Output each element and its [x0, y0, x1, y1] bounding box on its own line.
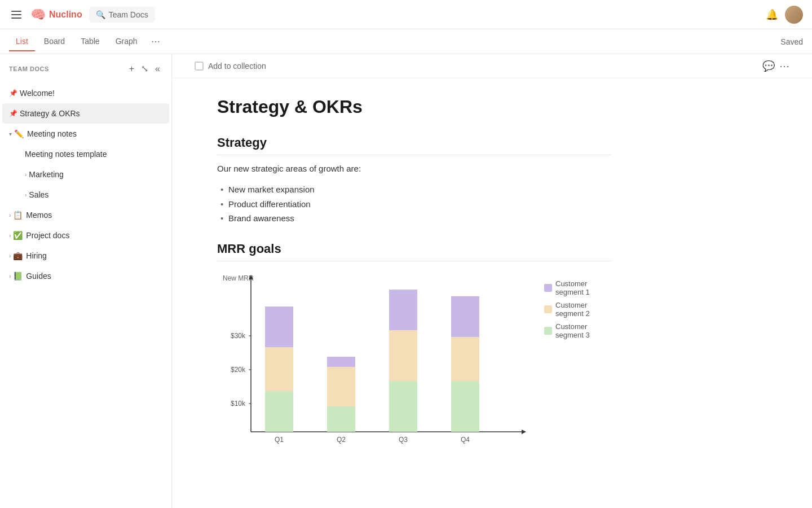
chart-y-label: New MRR [223, 274, 254, 282]
collapse-sidebar-button[interactable]: « [153, 61, 162, 76]
svg-rect-15 [327, 367, 355, 406]
list-item: Product differentiation [217, 197, 612, 212]
document-title: Strategy & OKRs [217, 97, 612, 117]
notifications-bell-icon[interactable]: 🔔 [766, 8, 778, 21]
comment-icon[interactable]: 💬 [762, 60, 775, 72]
svg-text:Q1: Q1 [275, 436, 284, 444]
add-item-button[interactable]: + [127, 61, 136, 76]
sidebar-item-label: Memos [26, 211, 152, 220]
svg-text:$30k: $30k [231, 332, 246, 340]
svg-text:Q3: Q3 [399, 436, 408, 444]
main-layout: TEAM DOCS + ⤡ « 📌 Welcome! 📌 Strategy & … [0, 54, 812, 508]
chevron-right-icon: › [9, 212, 11, 218]
svg-text:$10k: $10k [231, 400, 246, 408]
sidebar-item-label: Hiring [26, 251, 152, 260]
svg-rect-19 [389, 330, 417, 381]
chevron-right-icon: › [25, 172, 27, 178]
svg-rect-20 [389, 290, 417, 330]
sidebar-items: 📌 Welcome! 📌 Strategy & OKRs ▾ ✏️ Meetin… [0, 83, 171, 508]
mrr-chart: New MRR $10k [217, 268, 533, 462]
svg-rect-14 [327, 406, 355, 432]
strategy-list: New market expansion Product differentia… [217, 182, 612, 226]
tab-more-options[interactable]: ⋯ [147, 34, 165, 49]
search-icon: 🔍 [96, 10, 105, 19]
sidebar-header: TEAM DOCS + ⤡ « [0, 54, 171, 83]
legend-label-seg1: Customer segment 1 [555, 279, 612, 296]
sidebar-item-welcome[interactable]: 📌 Welcome! [2, 83, 169, 103]
sidebar-title: TEAM DOCS [9, 65, 122, 72]
pin-icon: 📌 [9, 89, 17, 97]
chart-legend: Customer segment 1 Customer segment 2 Cu… [544, 268, 612, 339]
content-area: Add to collection 💬 ⋯ Strategy & OKRs St… [172, 54, 812, 508]
legend-swatch-seg2 [544, 305, 552, 313]
memo-icon: 📋 [13, 211, 23, 220]
legend-swatch-seg1 [544, 284, 552, 292]
svg-text:Q2: Q2 [337, 436, 346, 444]
sidebar-item-label: Sales [29, 190, 152, 199]
svg-rect-18 [389, 381, 417, 432]
briefcase-icon: 💼 [13, 251, 23, 260]
more-options-icon[interactable]: ⋯ [779, 60, 789, 72]
bar-chart-svg: New MRR $10k [217, 268, 533, 460]
list-item: New market expansion [217, 182, 612, 197]
sidebar-item-hiring[interactable]: › 💼 Hiring [2, 246, 169, 266]
pin-icon: 📌 [9, 110, 17, 117]
strategy-intro: Our new strategic areas of growth are: [217, 162, 612, 176]
tab-bar: List Board Table Graph ⋯ Saved [0, 29, 812, 54]
search-bar[interactable]: 🔍 Team Docs [89, 7, 155, 23]
strategy-heading: Strategy [217, 135, 612, 155]
navbar: 🧠 Nuclino 🔍 Team Docs 🔔 [0, 0, 812, 29]
tab-table[interactable]: Table [74, 32, 106, 51]
user-avatar[interactable] [785, 6, 803, 24]
sidebar-item-guides[interactable]: › 📗 Guides [2, 266, 169, 286]
svg-text:$20k: $20k [231, 366, 246, 374]
book-icon: 📗 [13, 271, 23, 281]
menu-button[interactable] [9, 8, 24, 21]
sidebar-item-label: Marketing [29, 170, 152, 179]
sidebar-item-label: Project docs [26, 231, 152, 240]
mrr-heading: MRR goals [217, 242, 612, 261]
tab-board[interactable]: Board [37, 32, 72, 51]
svg-rect-23 [451, 337, 479, 381]
brand-logo-link[interactable]: 🧠 Nuclino [30, 7, 82, 22]
legend-swatch-seg3 [544, 327, 552, 335]
svg-rect-12 [265, 306, 293, 347]
legend-item-seg3: Customer segment 3 [544, 322, 612, 339]
tab-graph[interactable]: Graph [109, 32, 144, 51]
expand-button[interactable]: ⤡ [139, 61, 151, 76]
sidebar-item-label: Strategy & OKRs [20, 109, 152, 118]
sidebar-item-strategy[interactable]: 📌 Strategy & OKRs [2, 103, 169, 124]
chevron-right-icon: › [9, 253, 11, 259]
add-to-collection-label[interactable]: Add to collection [208, 62, 266, 71]
sidebar-item-sales[interactable]: › Sales [2, 185, 169, 205]
svg-rect-10 [265, 391, 293, 432]
chevron-right-icon: › [9, 273, 11, 279]
svg-text:Q4: Q4 [461, 436, 470, 444]
chevron-right-icon: › [25, 192, 27, 198]
add-to-collection-checkbox[interactable] [195, 62, 204, 71]
svg-rect-22 [451, 381, 479, 432]
sidebar-item-project-docs[interactable]: › ✅ Project docs [2, 225, 169, 246]
sidebar-item-label: Welcome! [20, 89, 152, 98]
sidebar-item-marketing[interactable]: › Marketing [2, 164, 169, 185]
legend-label-seg2: Customer segment 2 [555, 301, 612, 318]
legend-item-seg1: Customer segment 1 [544, 279, 612, 296]
chevron-down-icon: ▾ [9, 131, 12, 137]
sidebar-item-meeting-notes[interactable]: ▾ ✏️ Meeting notes [2, 124, 169, 144]
svg-rect-11 [265, 347, 293, 391]
list-item: Brand awareness [217, 211, 612, 226]
sidebar-item-meeting-notes-template[interactable]: Meeting notes template [2, 144, 169, 164]
saved-status: Saved [780, 37, 803, 46]
brand-name: Nuclino [49, 10, 82, 20]
mrr-chart-wrapper: New MRR $10k [217, 268, 612, 462]
legend-item-seg2: Customer segment 2 [544, 301, 612, 318]
sidebar-item-memos[interactable]: › 📋 Memos [2, 205, 169, 225]
tab-list[interactable]: List [9, 32, 35, 51]
mrr-section: MRR goals New MRR [217, 242, 612, 462]
svg-rect-24 [451, 296, 479, 337]
sidebar-item-label: Meeting notes [27, 129, 152, 138]
svg-marker-2 [522, 430, 526, 434]
nuclino-logo-icon: 🧠 [30, 7, 46, 22]
checklist-icon: ✅ [13, 231, 23, 240]
svg-rect-16 [327, 357, 355, 367]
